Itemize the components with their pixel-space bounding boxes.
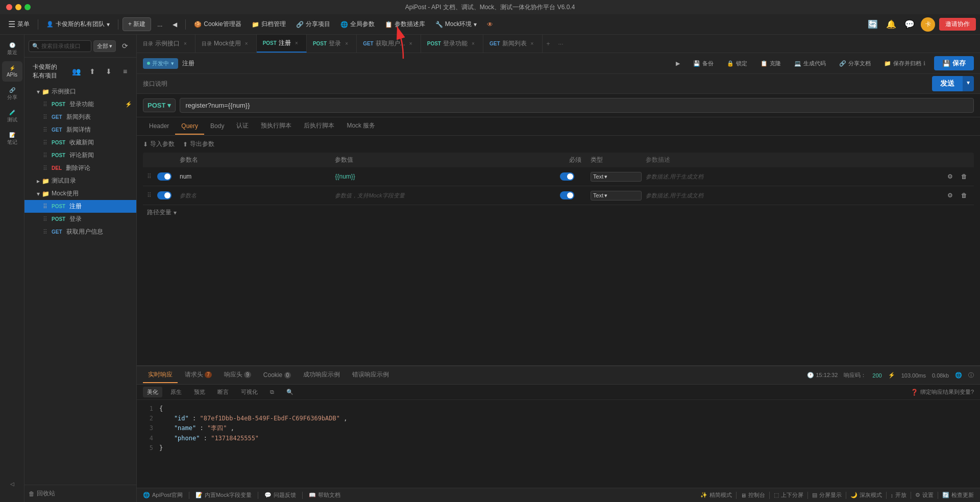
api-news-list[interactable]: ⠿ GET 新闻列表	[24, 111, 136, 123]
invite-button[interactable]: 邀请协作	[939, 18, 976, 31]
param-name-1[interactable]: num	[180, 173, 191, 180]
tab-register[interactable]: POST 注册 ×	[257, 35, 307, 53]
console-button[interactable]: 🖥 控制台	[741, 491, 765, 499]
resp-tab-resp-headers[interactable]: 响应头 9	[219, 367, 256, 383]
api-delete-comment[interactable]: ⠿ DEL 删除评论	[24, 162, 136, 174]
param-type-select-1[interactable]: Text ▾	[591, 172, 642, 182]
param-required-1[interactable]	[560, 172, 574, 181]
env-selector[interactable]: 开发中 ▾	[143, 58, 178, 69]
sync-button[interactable]: 🔄	[866, 17, 880, 32]
new-button[interactable]: + 新建	[122, 17, 151, 31]
export-params-button[interactable]: ⬆ 导出参数	[183, 140, 214, 148]
refresh-tree-button[interactable]: ⟳	[118, 39, 132, 53]
settings-button[interactable]: ⚙ 设置	[915, 491, 934, 499]
bell-button[interactable]: 🔔	[884, 17, 898, 32]
resp-tab-success-example[interactable]: 成功响应示例	[298, 367, 345, 383]
tab-close-login-function[interactable]: ×	[470, 40, 477, 47]
sidebar-share-button[interactable]: 🔗 分享	[2, 84, 22, 104]
api-login-function[interactable]: ⠿ POST 登录功能 ⚡	[24, 98, 136, 111]
tab-post-script[interactable]: 后执行脚本	[298, 117, 340, 135]
tab-login-function[interactable]: POST 登录功能 ×	[421, 35, 483, 53]
preview-button[interactable]: 预览	[190, 387, 209, 397]
assert-button[interactable]: 断言	[213, 387, 233, 397]
share-project-button[interactable]: 🔗 分享项目	[292, 18, 334, 31]
minimize-button[interactable]	[15, 4, 21, 10]
api-comment-news[interactable]: ⠿ POST 评论新闻	[24, 149, 136, 162]
tab-body[interactable]: Body	[204, 118, 230, 135]
param-desc-button[interactable]: 📋 参数描述库	[381, 18, 429, 31]
save-button[interactable]: 💾 保存	[934, 56, 974, 70]
param-required-2[interactable]	[560, 191, 574, 199]
save-archive-button[interactable]: 📁 保存并归档 ℹ	[879, 57, 930, 70]
sidebar-collapse-button[interactable]: ◁	[2, 473, 22, 494]
cookie-manager-button[interactable]: 🍪 Cookie管理器	[190, 18, 245, 31]
avatar[interactable]: 卡	[921, 17, 935, 32]
param-settings-2[interactable]: ⚙	[944, 188, 956, 203]
param-drag-2[interactable]: ⠿	[147, 192, 157, 199]
param-drag-1[interactable]: ⠿	[147, 173, 157, 180]
new-tab-button[interactable]: +	[543, 40, 554, 47]
send-options-button[interactable]: ▾	[963, 76, 974, 91]
split-display-button[interactable]: ▤ 分屏显示	[812, 491, 842, 499]
method-select[interactable]: POST ▾	[143, 98, 176, 112]
back-button[interactable]: ◀	[168, 19, 181, 30]
api-news-detail[interactable]: ⠿ GET 新闻详情	[24, 123, 136, 136]
resp-tab-req-headers[interactable]: 请求头 7	[180, 367, 217, 383]
global-params-button[interactable]: 🌐 全局参数	[336, 18, 379, 31]
open-button[interactable]: ↕ 开放	[891, 491, 907, 499]
tab-mock-service[interactable]: Mock 服务	[340, 117, 381, 135]
tab-query[interactable]: Query	[175, 118, 204, 135]
help-link[interactable]: 📖 帮助文档	[309, 491, 340, 499]
feedback-link[interactable]: 💬 问题反馈	[264, 491, 296, 499]
copy-response-button[interactable]: ⧉	[266, 387, 278, 397]
sidebar-test-button[interactable]: 🧪 测试	[2, 106, 22, 127]
api-mock-login[interactable]: ⠿ POST 登录	[24, 213, 136, 225]
api-get-user-info[interactable]: ⠿ GET 获取用户信息	[24, 225, 136, 238]
apipost-website-link[interactable]: 🌐 ApiPost官网	[143, 491, 183, 499]
tab-close-mock-dir[interactable]: ×	[243, 40, 250, 47]
param-type-select-2[interactable]: Text ▾	[591, 191, 642, 200]
resp-tab-error-example[interactable]: 错误响应示例	[347, 367, 394, 383]
resp-tab-cookie[interactable]: Cookie 0	[258, 368, 296, 383]
beautify-button[interactable]: 美化	[143, 387, 162, 397]
lock-button[interactable]: 🔒 锁定	[722, 57, 752, 70]
tab-get-user[interactable]: GET 获取用户... ×	[357, 35, 421, 53]
search-response-button[interactable]: 🔍	[282, 387, 298, 397]
param-value-2[interactable]: 参数值，支持Mock字段变量	[335, 192, 404, 198]
search-input-container[interactable]: 🔍 搜索目录或接口	[29, 40, 91, 52]
api-register[interactable]: ⠿ POST 注册	[24, 200, 136, 213]
add-item-button[interactable]: 👥	[69, 64, 83, 79]
tab-close-examples[interactable]: ×	[182, 40, 189, 47]
message-button[interactable]: 💬	[902, 17, 917, 32]
more-tabs-button[interactable]: ···	[554, 40, 568, 47]
mock-vars-link[interactable]: 📝 内置Mock字段变量	[195, 491, 252, 499]
run-button[interactable]: ▶	[671, 58, 684, 69]
tab-mock-dir[interactable]: 目录 Mock使用 ×	[195, 35, 257, 53]
more-menu-button[interactable]: ...	[153, 19, 166, 30]
team-selector[interactable]: 👤 卡俊斯的私有团队 ▾	[42, 18, 114, 31]
folder-examples[interactable]: ▾ 📁 示例接口	[24, 85, 136, 98]
export-button[interactable]: ⬇	[102, 64, 116, 79]
sidebar-recent-button[interactable]: 🕐 最近	[2, 39, 22, 59]
send-button[interactable]: 发送	[932, 76, 963, 91]
gen-code-button[interactable]: 💻 生成代码	[790, 57, 830, 70]
mock-env-button[interactable]: 🔧 Mock环境 ▾	[431, 18, 481, 31]
tab-login[interactable]: POST 登录 ×	[307, 35, 357, 53]
tab-close-get-user[interactable]: ×	[407, 40, 414, 47]
tab-examples-dir[interactable]: 目录 示例接口 ×	[137, 35, 195, 53]
param-toggle-1[interactable]	[157, 172, 172, 181]
tab-news-list[interactable]: GET 新闻列表 ×	[483, 35, 543, 53]
visualize-button[interactable]: 可视化	[237, 387, 262, 397]
param-name-2[interactable]: 参数名	[180, 192, 197, 198]
tab-pre-script[interactable]: 预执行脚本	[255, 117, 298, 135]
param-desc-1[interactable]: 参数描述,用于生成文档	[646, 173, 703, 180]
folder-test[interactable]: ▸ 📁 测试目录	[24, 174, 136, 187]
resp-tab-realtime[interactable]: 实时响应	[143, 367, 178, 383]
clone-button[interactable]: 📋 克隆	[756, 57, 786, 70]
share-doc-button[interactable]: 🔗 分享文档	[835, 57, 875, 70]
check-update-button[interactable]: 🔄 检查更新	[942, 491, 974, 499]
sidebar-apis-button[interactable]: ⚡ APIs	[2, 61, 22, 82]
split-vertical-button[interactable]: ⬚ 上下分屏	[774, 491, 803, 499]
raw-button[interactable]: 原生	[166, 387, 186, 397]
param-value-1[interactable]: {{num}}	[335, 173, 355, 180]
